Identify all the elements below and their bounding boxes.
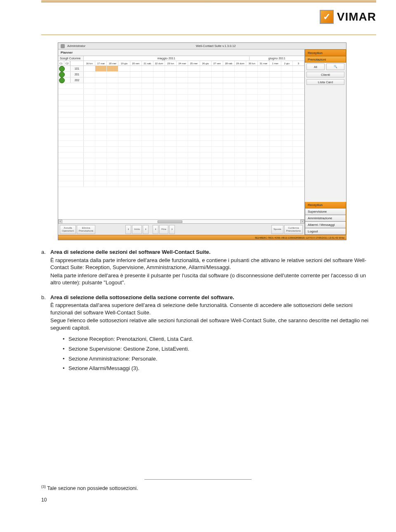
top-ornament-strip bbox=[41, 0, 376, 2]
day-cell[interactable]: 21 sab bbox=[142, 61, 153, 66]
section-b-bullets: Sezione Reception: Prenotazioni, Clienti… bbox=[63, 335, 376, 372]
day-cell[interactable]: 31 mar bbox=[258, 61, 269, 66]
section-a: Area di selezione delle sezioni del soft… bbox=[41, 248, 376, 286]
month-2: giugno 2011 bbox=[250, 56, 305, 60]
section-b-title: Area di selezione della sottosezione del… bbox=[50, 294, 376, 301]
app-screenshot: Administrator Well-Contact Suite v.1.3.0… bbox=[58, 42, 346, 240]
header-rule bbox=[41, 35, 376, 35]
day-cell[interactable]: 22 dom bbox=[153, 61, 165, 66]
room-number[interactable]: 101 bbox=[71, 66, 84, 71]
prev-end-button[interactable]: ‹ bbox=[153, 225, 158, 234]
side-lista-card-button[interactable]: Lista Card bbox=[306, 79, 344, 85]
room-status-icon[interactable] bbox=[59, 77, 65, 83]
planner-grid[interactable]: 101 201 bbox=[58, 66, 304, 219]
next-end-button[interactable]: › bbox=[169, 225, 175, 234]
section-b: Area di selezione della sottosezione del… bbox=[41, 294, 376, 372]
col-c1[interactable]: C1 bbox=[58, 61, 64, 66]
month-1: maggio 2011 bbox=[84, 56, 250, 60]
move-button[interactable]: Sposta bbox=[271, 225, 283, 234]
room-status-icon[interactable] bbox=[59, 66, 65, 72]
day-cell[interactable]: 2 gio bbox=[281, 61, 293, 66]
page-header: VIMAR bbox=[0, 6, 396, 28]
day-cell[interactable]: 1 mer bbox=[270, 61, 281, 66]
bullet-item: Sezione Allarmi/Messaggi (3). bbox=[63, 365, 376, 372]
day-cell[interactable]: 16 lun bbox=[84, 61, 95, 66]
nav-supervisione-button[interactable]: Supervisione bbox=[305, 209, 346, 215]
window-titlebar: Administrator Well-Contact Suite v.1.3.0… bbox=[58, 43, 346, 49]
day-cell[interactable]: 19 gio bbox=[118, 61, 130, 66]
day-cell[interactable]: 25 mer bbox=[188, 61, 200, 66]
day-row: C1C2 16 lun 17 mar 18 mer 19 gio 20 ven … bbox=[58, 61, 304, 66]
day-cell[interactable]: 20 ven bbox=[130, 61, 142, 66]
side-reception-header[interactable]: Reception bbox=[305, 49, 346, 56]
footnote-text: Tale sezione non possiede sottosezioni. bbox=[46, 485, 138, 491]
footnote: (3) Tale sezione non possiede sottosezio… bbox=[41, 485, 376, 491]
filter-all-button[interactable]: All bbox=[306, 63, 325, 70]
footnote-rule bbox=[144, 479, 252, 480]
booking-block-highlight[interactable] bbox=[95, 66, 107, 71]
room-row: 101 bbox=[58, 66, 304, 72]
section-a-paragraph-1: È rappresentata dalla parte inferiore de… bbox=[50, 257, 376, 271]
brand-logo-icon bbox=[320, 10, 334, 24]
side-panel: Reception Prenotazioni All 🔍 Clienti Lis… bbox=[305, 49, 346, 235]
day-cell[interactable]: 24 mar bbox=[177, 61, 188, 66]
day-cell[interactable]: 3 bbox=[293, 61, 304, 66]
room-number[interactable]: 202 bbox=[71, 77, 84, 83]
nav-reception-button[interactable]: Reception bbox=[305, 202, 346, 209]
scroll-left-icon[interactable]: ‹ bbox=[58, 220, 62, 224]
section-a-title: Area di selezione delle sezioni del soft… bbox=[50, 248, 376, 256]
room-status-icon[interactable] bbox=[59, 72, 65, 77]
day-cell[interactable]: 26 gio bbox=[200, 61, 212, 66]
month-row: Scegli Colonne maggio 2011 giugno 2011 bbox=[58, 56, 304, 61]
undo-button[interactable]: AnnullaOperazioni bbox=[60, 225, 76, 234]
confirm-booking-button[interactable]: ConfermaPrenotazione bbox=[284, 225, 303, 234]
planner-label: Planner bbox=[61, 51, 73, 54]
footnote-marker: (3) bbox=[41, 485, 46, 489]
day-cell[interactable]: 17 mar bbox=[95, 61, 107, 66]
scroll-thumb[interactable] bbox=[158, 220, 182, 223]
section-b-paragraph-1: È rappresentata dall'area superiore dell… bbox=[50, 302, 376, 316]
bullet-item: Sezione Amministrazione: Personale. bbox=[63, 355, 376, 363]
search-icon[interactable]: 🔍 bbox=[326, 63, 344, 70]
section-b-paragraph-2: Segue l'elenco delle sottosezioni relati… bbox=[50, 317, 376, 331]
day-cell[interactable]: 29 dom bbox=[235, 61, 246, 66]
side-clienti-button[interactable]: Clienti bbox=[306, 72, 344, 77]
user-label: Administrator bbox=[67, 44, 85, 48]
nav-allarmi-button[interactable]: Allarmi / Messaggi bbox=[305, 222, 346, 228]
day-cell[interactable]: 30 lun bbox=[246, 61, 258, 66]
room-header-spacer bbox=[71, 61, 84, 66]
delete-booking-button[interactable]: EliminaPrenotazione bbox=[77, 225, 95, 234]
nav-logout-button[interactable]: Logout bbox=[305, 228, 346, 235]
window-title: Well-Contact Suite v.1.3.0.12 bbox=[88, 44, 344, 48]
day-cell[interactable]: 18 mer bbox=[107, 61, 118, 66]
room-row: 201 bbox=[58, 72, 304, 77]
scroll-right-icon[interactable]: › bbox=[300, 220, 304, 224]
booking-block-highlight[interactable] bbox=[107, 66, 118, 71]
choose-columns-label[interactable]: Scegli Colonne bbox=[58, 56, 84, 61]
status-bar: 5E248E8C-78D1-4D56-AB13-22966285882D 12/… bbox=[58, 235, 346, 240]
planner-header: Planner bbox=[58, 49, 304, 56]
brand-name: VIMAR bbox=[337, 10, 376, 23]
room-row: 202 bbox=[58, 77, 304, 83]
nav-amministrazione-button[interactable]: Amministrazione bbox=[305, 215, 346, 222]
day-cell[interactable]: 27 ven bbox=[212, 61, 223, 66]
prev-start-button[interactable]: ‹ bbox=[125, 225, 131, 234]
room-number[interactable]: 201 bbox=[71, 72, 84, 77]
start-label: Inizio bbox=[132, 225, 142, 234]
bullet-item: Sezione Reception: Prenotazioni, Clienti… bbox=[63, 335, 376, 343]
end-label: Fine bbox=[159, 225, 168, 234]
day-cell[interactable]: 23 lun bbox=[165, 61, 177, 66]
day-cell[interactable]: 28 sab bbox=[223, 61, 235, 66]
bullet-item: Sezione Supervisione: Gestione Zone, Lis… bbox=[63, 345, 376, 353]
page-number: 10 bbox=[41, 497, 376, 503]
user-avatar-icon bbox=[61, 44, 65, 48]
col-c2[interactable]: C2 bbox=[64, 61, 71, 66]
footer-toolbar: AnnullaOperazioni EliminaPrenotazione ‹ … bbox=[58, 223, 304, 235]
horizontal-scrollbar[interactable]: ‹ › bbox=[58, 219, 304, 223]
bullet-item-text: Sezione Allarmi/Messaggi (3). bbox=[68, 365, 139, 371]
side-prenotazioni-button[interactable]: Prenotazioni bbox=[305, 56, 346, 63]
section-a-paragraph-2: Nella parte inferiore dell'area è presen… bbox=[50, 272, 376, 286]
body-text: Area di selezione delle sezioni del soft… bbox=[41, 248, 376, 372]
next-start-button[interactable]: › bbox=[143, 225, 148, 234]
